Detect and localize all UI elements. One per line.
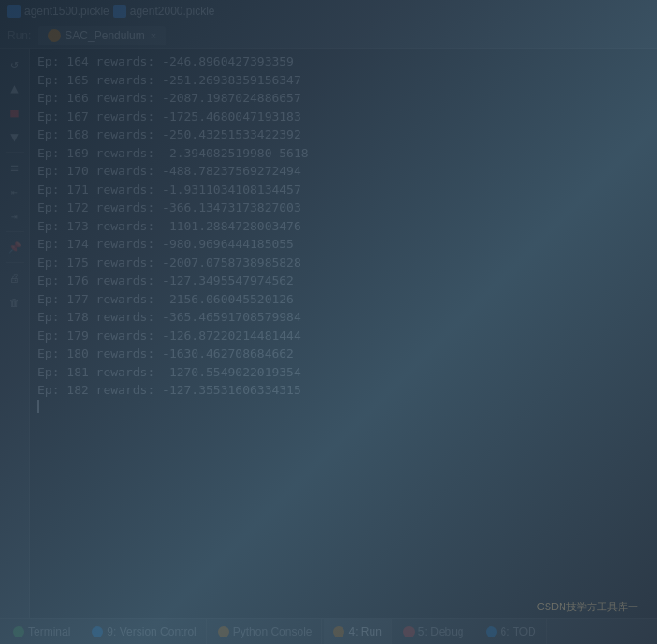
background-overlay [0, 0, 657, 644]
watermark: CSDN技学方工具库一 [537, 600, 638, 614]
main-container: agent1500.pickle agent2000.pickle Run: S… [0, 0, 657, 644]
